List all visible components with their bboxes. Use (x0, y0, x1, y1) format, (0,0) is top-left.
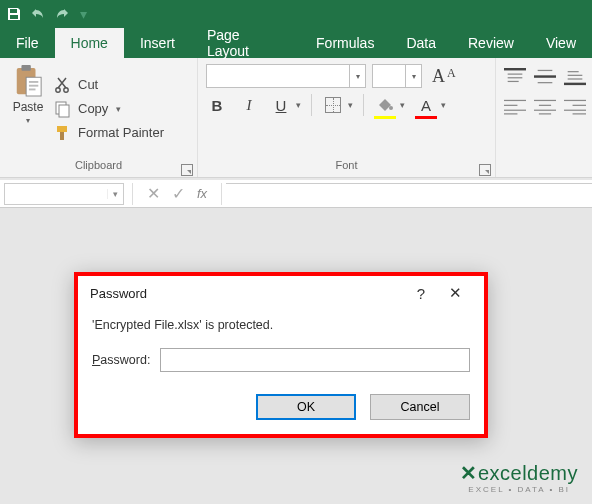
watermark: ✕exceldemy EXCEL • DATA • BI (460, 461, 578, 494)
align-left-button[interactable] (504, 96, 526, 118)
separator (221, 183, 222, 205)
separator (363, 94, 364, 116)
align-right-button[interactable] (564, 96, 586, 118)
group-alignment (496, 58, 592, 177)
tab-file[interactable]: File (0, 28, 55, 58)
dialog-launcher-icon[interactable] (181, 164, 193, 176)
formula-bar: ▾ ✕ ✓ fx (0, 180, 592, 208)
font-color-button[interactable]: A (415, 94, 437, 116)
font-name-combo[interactable]: ▾ (206, 64, 366, 88)
dialog-launcher-icon[interactable] (479, 164, 491, 176)
fill-color-button[interactable] (374, 94, 396, 116)
group-font: ▾ ▾ A A B I U ▾ (198, 58, 496, 177)
tab-formulas[interactable]: Formulas (300, 28, 390, 58)
svg-rect-11 (59, 105, 69, 117)
password-input[interactable] (160, 348, 470, 372)
paintbrush-icon (54, 124, 72, 142)
help-button[interactable]: ? (404, 276, 438, 310)
format-painter-label: Format Painter (78, 125, 164, 140)
enter-formula-button[interactable]: ✓ (172, 184, 185, 203)
svg-rect-0 (10, 9, 17, 13)
copy-button[interactable]: Copy ▾ (54, 100, 164, 118)
tab-review[interactable]: Review (452, 28, 530, 58)
svg-rect-12 (57, 126, 67, 132)
borders-button[interactable] (322, 94, 344, 116)
shrink-font-button[interactable]: A (447, 66, 456, 87)
bold-button[interactable]: B (206, 94, 228, 116)
paste-button[interactable]: Paste ▾ (6, 62, 50, 155)
svg-rect-13 (60, 132, 64, 140)
watermark-tagline: EXCEL • DATA • BI (460, 485, 578, 494)
group-clipboard: Paste ▾ Cut Copy ▾ Format Painter (0, 58, 198, 177)
cancel-formula-button[interactable]: ✕ (147, 184, 160, 203)
grow-font-button[interactable]: A (432, 66, 445, 87)
dialog-title: Password (90, 286, 147, 301)
paste-label: Paste (13, 100, 44, 114)
close-button[interactable]: ✕ (438, 276, 472, 310)
group-label-font: Font (198, 159, 495, 177)
password-label: Password: (92, 353, 150, 367)
dialog-message: 'Encrypted File.xlsx' is protected. (92, 318, 470, 332)
align-center-button[interactable] (534, 96, 556, 118)
tab-home[interactable]: Home (55, 28, 124, 58)
chevron-down-icon[interactable]: ▾ (405, 65, 421, 87)
chevron-down-icon[interactable]: ▾ (116, 104, 121, 114)
chevron-down-icon[interactable]: ▾ (296, 100, 301, 110)
font-color-bar (415, 116, 437, 119)
svg-point-9 (64, 87, 68, 91)
chevron-down-icon[interactable]: ▾ (26, 116, 30, 125)
align-middle-button[interactable] (534, 66, 556, 88)
name-box[interactable]: ▾ (4, 183, 124, 205)
tab-insert[interactable]: Insert (124, 28, 191, 58)
watermark-brand: ✕exceldemy (460, 461, 578, 485)
svg-rect-1 (10, 15, 18, 19)
password-dialog: Password ? ✕ 'Encrypted File.xlsx' is pr… (74, 272, 488, 438)
bucket-icon (376, 97, 394, 113)
tab-view[interactable]: View (530, 28, 592, 58)
svg-point-8 (56, 87, 60, 91)
undo-icon[interactable] (30, 6, 46, 22)
italic-button[interactable]: I (238, 94, 260, 116)
scissors-icon (54, 76, 72, 94)
font-size-combo[interactable]: ▾ (372, 64, 422, 88)
fill-color-bar (374, 116, 396, 119)
svg-point-14 (389, 106, 393, 110)
separator (132, 183, 133, 205)
chevron-down-icon[interactable]: ▾ (441, 100, 446, 110)
save-icon[interactable] (6, 6, 22, 22)
chevron-down-icon[interactable]: ▾ (349, 65, 365, 87)
separator (311, 94, 312, 116)
align-bottom-button[interactable] (564, 66, 586, 88)
tab-data[interactable]: Data (390, 28, 452, 58)
redo-icon[interactable] (54, 6, 70, 22)
align-top-button[interactable] (504, 66, 526, 88)
underline-button[interactable]: U (270, 94, 292, 116)
cut-button[interactable]: Cut (54, 76, 164, 94)
ribbon-home: Paste ▾ Cut Copy ▾ Format Painter (0, 58, 592, 178)
svg-rect-3 (21, 65, 30, 71)
formula-input[interactable] (226, 183, 592, 205)
qat-customize-caret[interactable]: ▾ (78, 6, 89, 22)
chevron-down-icon[interactable]: ▾ (107, 189, 123, 199)
copy-label: Copy (78, 101, 108, 116)
svg-rect-7 (29, 89, 36, 91)
chevron-down-icon[interactable]: ▾ (348, 100, 353, 110)
copy-icon (54, 100, 72, 118)
tab-page-layout[interactable]: Page Layout (191, 28, 300, 58)
svg-rect-6 (29, 85, 38, 87)
ok-button[interactable]: OK (256, 394, 356, 420)
group-label-clipboard: Clipboard (0, 159, 197, 177)
borders-icon (325, 97, 341, 113)
quick-access-toolbar: ▾ (0, 0, 592, 28)
cut-label: Cut (78, 77, 98, 92)
group-label-alignment (496, 159, 592, 177)
dialog-titlebar: Password ? ✕ (78, 276, 484, 310)
ribbon-tabstrip: File Home Insert Page Layout Formulas Da… (0, 28, 592, 58)
paste-icon (13, 64, 43, 98)
format-painter-button[interactable]: Format Painter (54, 124, 164, 142)
cancel-button[interactable]: Cancel (370, 394, 470, 420)
insert-function-button[interactable]: fx (197, 186, 207, 201)
chevron-down-icon[interactable]: ▾ (400, 100, 405, 110)
svg-rect-5 (29, 81, 38, 83)
